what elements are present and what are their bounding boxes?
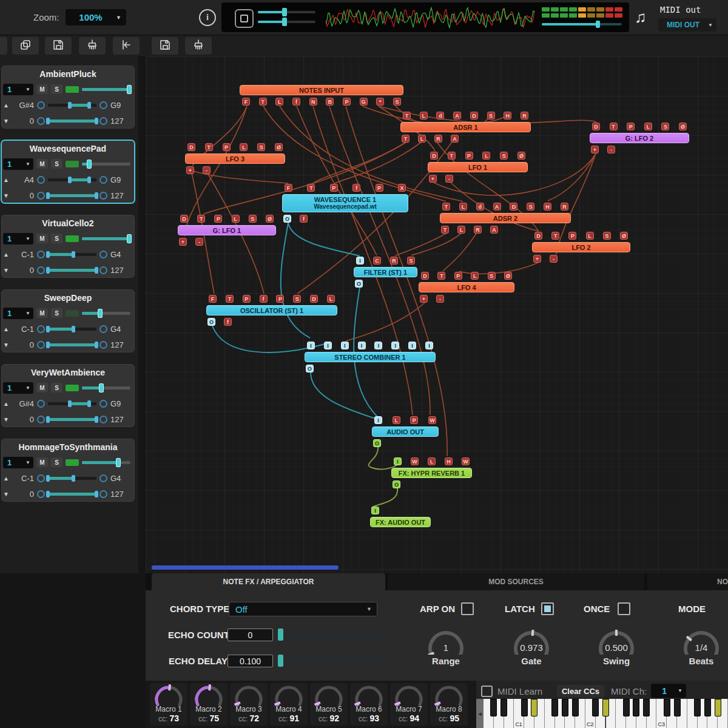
port-R[interactable]: R — [434, 135, 442, 143]
port-L[interactable]: L — [393, 416, 400, 424]
port-d[interactable]: d — [436, 112, 444, 120]
preset-card-ambientpluck[interactable]: AmbientPluck1▼MS▲G#4G9▼0127 — [1, 66, 135, 129]
macro-knob-2[interactable]: Macro 2cc: 75 — [190, 683, 228, 726]
node-filter-st-1[interactable]: FILTER (ST) 1ICRSO — [354, 267, 417, 277]
port-S[interactable]: S — [487, 112, 495, 120]
port-I[interactable]: I — [341, 342, 349, 349]
node-g-lfo-1[interactable]: G: LFO 1DTPLSØ+- — [178, 225, 276, 235]
down-arrow-icon[interactable]: ▼ — [3, 342, 11, 348]
black-key[interactable] — [623, 699, 630, 716]
node-title-bar[interactable]: FILTER (ST) 1 — [354, 267, 417, 277]
port-A[interactable]: A — [451, 135, 459, 143]
port-O[interactable]: O — [355, 280, 363, 288]
echo-delay-slider-track[interactable] — [286, 660, 386, 662]
port-A[interactable]: A — [490, 226, 498, 234]
black-key-highlighted[interactable] — [715, 699, 721, 716]
down-arrow-icon[interactable]: ▼ — [3, 118, 11, 124]
mute-button[interactable]: M — [36, 383, 48, 393]
mute-button[interactable]: M — [36, 308, 48, 318]
port-S[interactable]: S — [393, 98, 401, 106]
port-N[interactable]: N — [309, 98, 317, 106]
up-arrow-icon[interactable]: ▲ — [3, 400, 11, 407]
port-I[interactable]: I — [374, 342, 382, 349]
macro-knob-8[interactable]: Macro 8cc: 95 — [430, 683, 468, 726]
macro-knob-7[interactable]: Macro 7cc: 94 — [390, 683, 428, 726]
monitor-slider-1[interactable] — [258, 11, 315, 13]
node-g-lfo-2[interactable]: G: LFO 2DTPLSØ+- — [590, 133, 689, 143]
link-ring[interactable] — [99, 192, 107, 200]
port-L[interactable]: L — [457, 226, 465, 234]
port-R[interactable]: R — [561, 203, 568, 211]
port--[interactable]: - — [550, 255, 558, 263]
port-I[interactable]: I — [358, 342, 366, 349]
node-lfo-4[interactable]: LFO 4DTPLSØ+- — [419, 282, 514, 292]
port-T[interactable]: T — [197, 215, 205, 223]
echo-count-slider-track[interactable] — [286, 634, 386, 636]
link-ring[interactable] — [99, 251, 107, 258]
black-key[interactable] — [562, 699, 568, 716]
volume-slider[interactable] — [82, 461, 130, 464]
black-key[interactable] — [643, 699, 650, 716]
port-G[interactable]: G — [360, 98, 368, 106]
node-title-bar[interactable]: LFO 4 — [419, 282, 514, 292]
voice-dropdown[interactable]: 1▼ — [3, 457, 33, 468]
volume-slider[interactable] — [82, 163, 130, 166]
link-ring[interactable] — [37, 490, 45, 498]
port-I[interactable]: I — [374, 416, 382, 424]
port-P[interactable]: P — [214, 215, 222, 223]
down-arrow-icon[interactable]: ▼ — [3, 491, 11, 497]
port-S[interactable]: S — [249, 215, 257, 223]
echo-delay-slider-handle[interactable] — [278, 655, 283, 667]
solo-button[interactable]: S — [51, 159, 62, 169]
range-slider[interactable] — [48, 418, 96, 421]
node-fx-hypr-reverb-1[interactable]: FX: HYPR REVERB 1IWLHWO — [391, 468, 472, 478]
port-T[interactable]: T — [403, 112, 411, 120]
range-slider[interactable] — [48, 178, 96, 181]
macro-knob-5[interactable]: Macro 5cc: 92 — [310, 683, 348, 726]
echo-count-field[interactable]: 0 — [228, 629, 273, 641]
port-T[interactable]: T — [307, 184, 315, 192]
link-ring[interactable] — [37, 474, 45, 482]
node-notes-input[interactable]: NOTES INPUTFTLfNBPG*S — [240, 85, 403, 95]
port-T[interactable]: T — [551, 232, 559, 240]
port-T[interactable]: T — [441, 226, 449, 234]
monitor-mode-icon[interactable] — [235, 9, 254, 28]
volume-slider[interactable] — [82, 312, 130, 315]
link-ring[interactable] — [99, 325, 107, 333]
black-key[interactable] — [664, 699, 670, 716]
solo-button[interactable]: S — [51, 383, 62, 393]
port-D[interactable]: D — [510, 203, 517, 211]
port-P[interactable]: P — [454, 272, 462, 280]
node-adsr-1[interactable]: ADSR 1TLdADSHRTLRA — [400, 122, 531, 132]
node-title-bar[interactable]: ADSR 2 — [440, 213, 571, 223]
range-slider[interactable] — [48, 343, 96, 346]
node-lfo-1[interactable]: LFO 1DTPLSØ+- — [428, 162, 528, 172]
macro-knob-6[interactable]: Macro 6cc: 93 — [350, 683, 388, 726]
port-S[interactable]: S — [500, 152, 508, 160]
port-P[interactable]: P — [276, 295, 284, 303]
knob-beats[interactable]: 1/4Beats — [676, 627, 727, 666]
port-O[interactable]: O — [393, 480, 400, 488]
range-slider[interactable] — [48, 493, 96, 496]
port--[interactable]: - — [436, 295, 444, 303]
port-L[interactable]: L — [482, 152, 490, 160]
solo-button[interactable]: S — [51, 84, 62, 94]
port-f[interactable]: f — [260, 295, 268, 303]
port-+[interactable]: + — [179, 238, 187, 246]
port-D[interactable]: D — [180, 215, 188, 223]
port-P[interactable]: P — [343, 98, 351, 106]
range-slider[interactable] — [48, 402, 96, 405]
mute-button[interactable]: M — [36, 457, 48, 467]
port-F[interactable]: F — [209, 295, 217, 303]
port-F[interactable]: F — [285, 184, 292, 192]
port-P[interactable]: P — [568, 232, 576, 240]
link-ring[interactable] — [99, 101, 107, 109]
echo-delay-field[interactable]: 0.100 — [228, 655, 273, 667]
port-T[interactable]: T — [437, 272, 445, 280]
tab-truncated[interactable]: NO — [647, 573, 728, 590]
port-Ø[interactable]: Ø — [620, 232, 628, 240]
port-P[interactable]: P — [376, 184, 383, 192]
node-title-bar[interactable]: NOTES INPUT — [240, 85, 403, 95]
node-title-bar[interactable]: WAVESEQUENCE 1Wavesequencepad.wt — [282, 194, 408, 212]
keyboard-scroll-left[interactable]: ◄ — [476, 699, 484, 728]
